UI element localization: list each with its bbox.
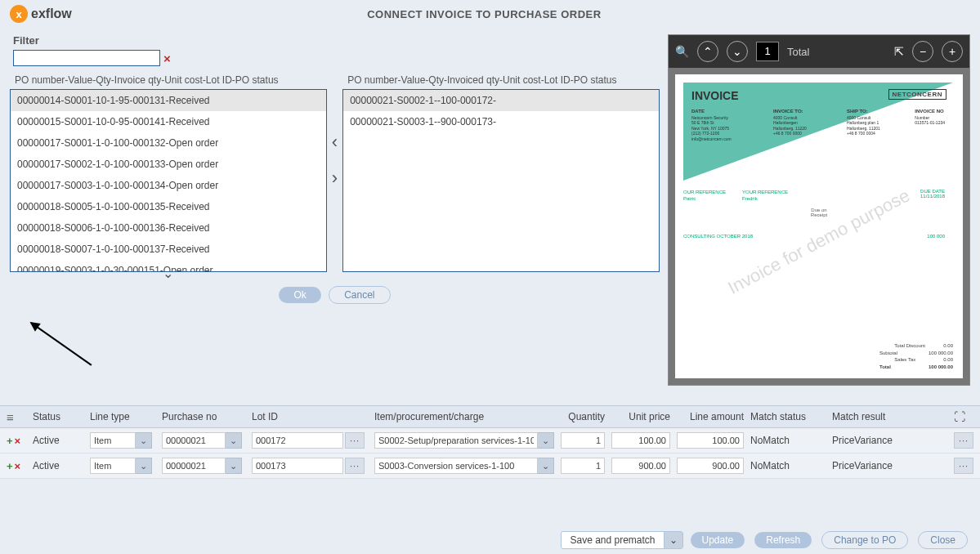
save-prematch-dropdown-icon[interactable]: ⌄ [664, 532, 682, 548]
lot-id-input[interactable] [252, 432, 343, 449]
purchase-no-input[interactable] [162, 432, 226, 449]
line-type-input[interactable] [90, 458, 136, 474]
consulting-line: CONSULTING OCTOBER 2018 [683, 234, 753, 239]
our-ref-label: OUR REFERENCE [683, 190, 726, 194]
grid-menu-icon[interactable]: ≡ [7, 410, 29, 424]
list-item[interactable]: 00000017-S0001-1-0-100-000132-Open order [11, 132, 326, 154]
available-po-list[interactable]: 00000014-S0001-10-1-95-000131-Received00… [10, 89, 327, 272]
list-item[interactable]: 00000017-S0002-1-0-100-000133-Open order [11, 154, 326, 175]
brand-name: exflow [31, 7, 72, 21]
list-item[interactable]: 00000021-S0002-1--100-000172- [343, 90, 659, 111]
your-ref-label: YOUR REFERENCE [742, 190, 788, 194]
total-discount-label: Total Discount [894, 342, 943, 349]
col-purchase-no[interactable]: Purchase no [159, 409, 248, 424]
lot-id-input[interactable] [252, 458, 343, 474]
delete-row-icon[interactable]: × [15, 460, 21, 472]
move-left-button[interactable]: ‹ [332, 132, 338, 153]
page-title: CONNECT INVOICE TO PURCHASE ORDER [72, 8, 897, 20]
save-and-prematch-label: Save and prematch [570, 534, 655, 546]
next-match-icon[interactable]: ⌄ [727, 41, 748, 62]
unit-price-input[interactable] [611, 458, 670, 474]
selected-po-list[interactable]: 00000021-S0002-1--100-000172-00000021-S0… [342, 89, 660, 272]
col-line-amount[interactable]: Line amount [673, 409, 747, 424]
col-status[interactable]: Status [29, 409, 87, 424]
purchase-no-dropdown-icon[interactable]: ⌄ [226, 458, 242, 474]
list-item[interactable]: 00000017-S0003-1-0-100-000134-Open order [11, 175, 326, 196]
line-type-dropdown-icon[interactable]: ⌄ [136, 432, 152, 449]
delete-row-icon[interactable]: × [15, 435, 21, 447]
line-type-dropdown-icon[interactable]: ⌄ [136, 458, 152, 474]
lot-lookup-icon[interactable]: ··· [345, 458, 365, 474]
item-dropdown-icon[interactable]: ⌄ [538, 458, 554, 474]
open-external-icon[interactable]: ⇱ [894, 45, 904, 58]
match-status-cell: NoMatch [747, 458, 829, 473]
col-lot-id[interactable]: Lot ID [248, 409, 371, 424]
invoice-number: Number [915, 115, 929, 120]
list-item[interactable]: 00000018-S0007-1-0-100-000137-Received [11, 239, 326, 260]
add-row-icon[interactable]: + [7, 460, 13, 472]
row-actions-icon[interactable]: ··· [954, 458, 973, 474]
expand-grid-icon[interactable]: ⛶ [954, 410, 973, 423]
your-ref: Fredrik [742, 196, 758, 201]
col-quantity[interactable]: Quantity [557, 409, 608, 424]
line-type-input[interactable] [90, 432, 136, 449]
zoom-out-icon[interactable]: − [912, 41, 933, 62]
line-amount-input[interactable] [677, 432, 744, 449]
match-result-cell: PriceVariance [829, 458, 927, 473]
item-input[interactable] [374, 432, 538, 449]
ship-to-label: SHIP TO: [847, 109, 880, 115]
col-match-status[interactable]: Match status [747, 409, 829, 424]
list-item[interactable]: 00000014-S0001-10-1-95-000131-Received [11, 90, 326, 111]
zoom-in-icon[interactable]: + [942, 41, 963, 62]
table-row: +×Active⌄⌄···⌄NoMatchPriceVariance··· [0, 453, 980, 479]
add-row-icon[interactable]: + [7, 435, 13, 447]
invoice-to-label: INVOICE TO: [773, 109, 807, 115]
col-unit-price[interactable]: Unit price [608, 409, 673, 424]
item-dropdown-icon[interactable]: ⌄ [538, 432, 554, 449]
status-cell: Active [29, 433, 87, 448]
refresh-button[interactable]: Refresh [754, 532, 812, 548]
save-and-prematch-button[interactable]: Save and prematch ⌄ [561, 531, 682, 549]
total-label: Total [879, 364, 929, 370]
quantity-input[interactable] [561, 458, 605, 474]
list-item[interactable]: 00000018-S0005-1-0-100-000135-Received [11, 196, 326, 217]
col-item[interactable]: Item/procurement/charge [371, 409, 557, 424]
list-item[interactable]: 00000018-S0006-1-0-100-000136-Received [11, 217, 326, 239]
purchase-no-dropdown-icon[interactable]: ⌄ [226, 432, 242, 449]
unit-price-input[interactable] [611, 432, 670, 449]
ok-button[interactable]: Ok [279, 287, 320, 303]
pdf-page-total: Total [787, 46, 809, 58]
update-button[interactable]: Update [691, 532, 745, 548]
clear-filter-icon[interactable]: × [163, 51, 171, 65]
list-item[interactable]: 00000021-S0003-1--900-000173- [343, 111, 659, 132]
due-date: 11/11/2018 [920, 194, 945, 199]
close-button[interactable]: Close [918, 531, 968, 549]
prev-match-icon[interactable]: ⌃ [697, 41, 718, 62]
col-line-type[interactable]: Line type [87, 409, 159, 424]
pdf-page-input[interactable] [756, 42, 779, 61]
purchase-no-input[interactable] [162, 458, 226, 474]
date-label: DATE [691, 109, 732, 115]
filter-input[interactable] [13, 50, 160, 66]
item-input[interactable] [374, 458, 538, 474]
move-right-button[interactable]: › [332, 168, 338, 189]
lot-lookup-icon[interactable]: ··· [345, 432, 365, 449]
col-match-result[interactable]: Match result [829, 409, 927, 424]
consulting-amount: 100 000 [927, 234, 945, 239]
pdf-page: INVOICE NETCONCERN DATENetconcern Securi… [675, 74, 963, 378]
row-actions-icon[interactable]: ··· [954, 432, 973, 449]
list-item[interactable]: 00000015-S0001-10-0-95-000141-Received [11, 111, 326, 132]
filter-label: Filter [13, 34, 660, 47]
scroll-more-icon[interactable]: ⌄ [163, 266, 173, 280]
change-to-po-button[interactable]: Change to PO [821, 531, 908, 549]
invoice-title: INVOICE [691, 89, 739, 102]
quantity-input[interactable] [561, 432, 605, 449]
status-cell: Active [29, 458, 87, 473]
cancel-button[interactable]: Cancel [329, 286, 390, 304]
grid-header-row: ≡ Status Line type Purchase no Lot ID It… [0, 406, 980, 428]
table-row: +×Active⌄⌄···⌄NoMatchPriceVariance··· [0, 428, 980, 453]
subtotal-val: 100 000.00 [929, 351, 953, 355]
invoice-preview-panel: 🔍 ⌃ ⌄ Total ⇱ − + INVOICE NETCONCERN DAT… [668, 34, 970, 386]
line-amount-input[interactable] [677, 458, 744, 474]
search-icon[interactable]: 🔍 [675, 45, 689, 58]
